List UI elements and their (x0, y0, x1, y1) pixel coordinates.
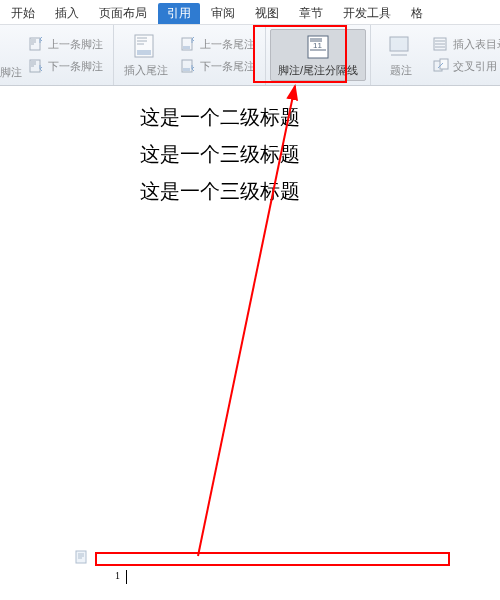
prev-footnote-label: 上一条脚注 (48, 37, 103, 52)
insert-footnote-label: 脚注 (0, 65, 22, 80)
footnote-separator-line[interactable] (103, 564, 440, 566)
insert-endnote-label: 插入尾注 (124, 63, 168, 78)
insert-footnote-button[interactable]: 脚注 (0, 29, 22, 81)
page-content: 这是一个二级标题 这是一个三级标题 这是一个三级标题 (0, 86, 500, 215)
svg-text:11: 11 (313, 41, 322, 50)
footnote-separator-button[interactable]: 11 脚注/尾注分隔线 (270, 29, 366, 81)
menu-insert[interactable]: 插入 (46, 3, 88, 24)
svg-rect-14 (76, 551, 86, 563)
heading-level-3-a[interactable]: 这是一个三级标题 (140, 141, 500, 168)
menu-chapter[interactable]: 章节 (290, 3, 332, 24)
insert-endnote-icon (132, 33, 160, 61)
svg-rect-10 (390, 37, 408, 51)
ribbon-group-separator: 11 脚注/尾注分隔线 (266, 25, 371, 85)
menu-references[interactable]: 引用 (158, 3, 200, 24)
footnote-separator-label: 脚注/尾注分隔线 (278, 63, 358, 78)
text-cursor (126, 570, 127, 584)
ribbon-group-endnote: 插入尾注 上一条尾注 下一条尾注 (114, 25, 266, 85)
next-endnote-icon (180, 58, 196, 74)
insert-table-toc-icon (433, 36, 449, 52)
prev-footnote-icon (28, 36, 44, 52)
prev-endnote-button[interactable]: 上一条尾注 (178, 35, 257, 53)
next-footnote-button[interactable]: 下一条脚注 (26, 57, 105, 75)
prev-endnote-icon (180, 36, 196, 52)
next-endnote-label: 下一条尾注 (200, 59, 255, 74)
heading-level-2[interactable]: 这是一个二级标题 (140, 104, 500, 131)
svg-rect-3 (137, 50, 151, 55)
menu-more[interactable]: 格 (402, 3, 432, 24)
caption-button[interactable]: 题注 (375, 29, 427, 81)
next-footnote-icon (28, 58, 44, 74)
heading-level-3-b[interactable]: 这是一个三级标题 (140, 178, 500, 205)
insert-table-toc-button[interactable]: 插入表目录 (431, 35, 500, 53)
svg-rect-7 (183, 68, 190, 71)
menu-devtools[interactable]: 开发工具 (334, 3, 400, 24)
caption-label: 题注 (390, 63, 412, 78)
ribbon-group-caption: 题注 插入表目录 交叉引用 (371, 25, 500, 85)
svg-rect-5 (183, 46, 190, 49)
footnote-separator-icon: 11 (304, 34, 332, 61)
ribbon-group-footnote: 脚注 上一条脚注 下一条脚注 (0, 25, 114, 85)
svg-rect-13 (440, 59, 448, 69)
footnote-entry[interactable]: 1 (115, 570, 500, 584)
cross-reference-icon (433, 58, 449, 74)
insert-table-toc-label: 插入表目录 (453, 37, 500, 52)
menu-bar: 开始 插入 页面布局 引用 审阅 视图 章节 开发工具 格 (0, 0, 500, 24)
menu-start[interactable]: 开始 (2, 3, 44, 24)
cross-reference-button[interactable]: 交叉引用 (431, 57, 500, 75)
cross-reference-label: 交叉引用 (453, 59, 497, 74)
next-footnote-label: 下一条脚注 (48, 59, 103, 74)
page-footer-area: 1 (93, 564, 500, 584)
footnote-number: 1 (115, 570, 126, 581)
menu-view[interactable]: 视图 (246, 3, 288, 24)
ribbon: 脚注 上一条脚注 下一条脚注 插入尾注 (0, 24, 500, 86)
menu-pagelayout[interactable]: 页面布局 (90, 3, 156, 24)
caption-icon (387, 33, 415, 61)
next-endnote-button[interactable]: 下一条尾注 (178, 57, 257, 75)
prev-endnote-label: 上一条尾注 (200, 37, 255, 52)
prev-footnote-button[interactable]: 上一条脚注 (26, 35, 105, 53)
document-area[interactable]: 这是一个二级标题 这是一个三级标题 这是一个三级标题 1 (0, 86, 500, 600)
insert-endnote-button[interactable]: 插入尾注 (118, 29, 174, 81)
menu-review[interactable]: 审阅 (202, 3, 244, 24)
page-setup-icon[interactable] (75, 550, 89, 564)
